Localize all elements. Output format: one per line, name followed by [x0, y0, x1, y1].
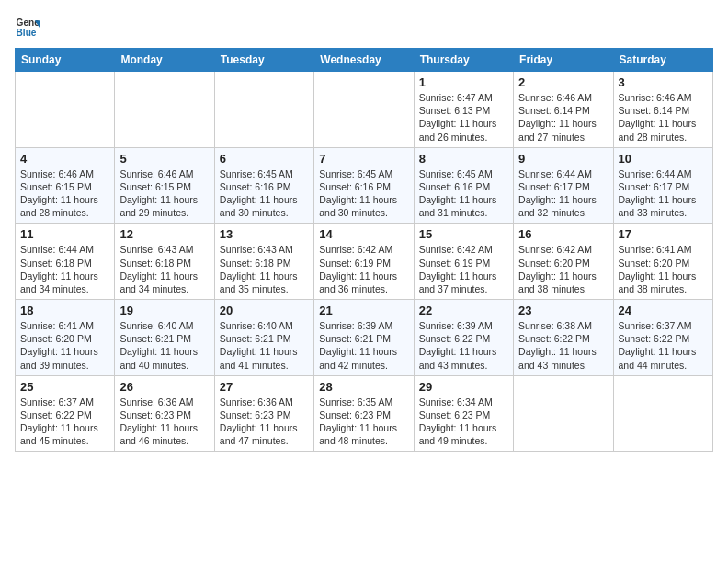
calendar-cell: 8Sunrise: 6:45 AM Sunset: 6:16 PM Daylig…	[414, 147, 513, 224]
calendar-cell: 13Sunrise: 6:43 AM Sunset: 6:18 PM Dayli…	[214, 224, 313, 300]
cell-info: Sunrise: 6:36 AM Sunset: 6:23 PM Dayligh…	[119, 396, 209, 448]
calendar-cell: 22Sunrise: 6:39 AM Sunset: 6:22 PM Dayli…	[414, 300, 513, 376]
day-number: 10	[619, 152, 708, 166]
calendar-cell: 4Sunrise: 6:46 AM Sunset: 6:15 PM Daylig…	[16, 147, 115, 224]
day-number: 6	[220, 152, 309, 166]
cell-info: Sunrise: 6:41 AM Sunset: 6:20 PM Dayligh…	[619, 243, 708, 295]
cell-info: Sunrise: 6:44 AM Sunset: 6:17 PM Dayligh…	[518, 167, 608, 220]
calendar-cell: 10Sunrise: 6:44 AM Sunset: 6:17 PM Dayli…	[613, 147, 712, 224]
day-number: 14	[319, 227, 408, 241]
week-row-2: 4Sunrise: 6:46 AM Sunset: 6:15 PM Daylig…	[16, 147, 713, 224]
day-number: 15	[419, 227, 508, 241]
day-number: 1	[419, 75, 508, 89]
day-number: 22	[419, 304, 508, 317]
calendar-cell: 6Sunrise: 6:45 AM Sunset: 6:16 PM Daylig…	[214, 147, 313, 224]
cell-info: Sunrise: 6:44 AM Sunset: 6:17 PM Dayligh…	[619, 167, 708, 220]
cell-info: Sunrise: 6:45 AM Sunset: 6:16 PM Dayligh…	[319, 167, 408, 220]
calendar-cell: 5Sunrise: 6:46 AM Sunset: 6:15 PM Daylig…	[115, 147, 214, 224]
calendar-cell: 19Sunrise: 6:40 AM Sunset: 6:21 PM Dayli…	[115, 300, 214, 376]
week-row-3: 11Sunrise: 6:44 AM Sunset: 6:18 PM Dayli…	[16, 224, 713, 300]
cell-info: Sunrise: 6:40 AM Sunset: 6:21 PM Dayligh…	[220, 319, 309, 372]
calendar-cell	[613, 375, 712, 452]
calendar-cell: 3Sunrise: 6:46 AM Sunset: 6:14 PM Daylig…	[613, 72, 712, 148]
cell-info: Sunrise: 6:43 AM Sunset: 6:18 PM Dayligh…	[119, 243, 209, 295]
cell-info: Sunrise: 6:36 AM Sunset: 6:23 PM Dayligh…	[220, 396, 309, 448]
calendar-cell: 27Sunrise: 6:36 AM Sunset: 6:23 PM Dayli…	[214, 375, 313, 452]
calendar-cell: 12Sunrise: 6:43 AM Sunset: 6:18 PM Dayli…	[115, 224, 214, 300]
cell-info: Sunrise: 6:46 AM Sunset: 6:14 PM Dayligh…	[619, 91, 708, 144]
calendar-cell: 1Sunrise: 6:47 AM Sunset: 6:13 PM Daylig…	[414, 72, 513, 148]
calendar-cell: 9Sunrise: 6:44 AM Sunset: 6:17 PM Daylig…	[514, 147, 613, 224]
calendar-cell: 7Sunrise: 6:45 AM Sunset: 6:16 PM Daylig…	[314, 147, 414, 224]
logo: General Blue	[15, 15, 44, 40]
calendar-cell: 24Sunrise: 6:37 AM Sunset: 6:22 PM Dayli…	[613, 300, 712, 376]
cell-info: Sunrise: 6:37 AM Sunset: 6:22 PM Dayligh…	[619, 319, 708, 372]
calendar-cell: 2Sunrise: 6:46 AM Sunset: 6:14 PM Daylig…	[514, 72, 613, 148]
calendar-cell: 29Sunrise: 6:34 AM Sunset: 6:23 PM Dayli…	[414, 375, 513, 452]
calendar-cell: 25Sunrise: 6:37 AM Sunset: 6:22 PM Dayli…	[16, 375, 115, 452]
calendar-table: SundayMondayTuesdayWednesdayThursdayFrid…	[15, 48, 713, 452]
week-row-5: 25Sunrise: 6:37 AM Sunset: 6:22 PM Dayli…	[16, 375, 713, 452]
cell-info: Sunrise: 6:43 AM Sunset: 6:18 PM Dayligh…	[220, 243, 309, 295]
cell-info: Sunrise: 6:42 AM Sunset: 6:19 PM Dayligh…	[419, 243, 508, 295]
day-number: 20	[220, 304, 309, 317]
cell-info: Sunrise: 6:39 AM Sunset: 6:21 PM Dayligh…	[319, 319, 408, 372]
week-row-1: 1Sunrise: 6:47 AM Sunset: 6:13 PM Daylig…	[16, 72, 713, 148]
day-number: 29	[419, 380, 508, 394]
cell-info: Sunrise: 6:34 AM Sunset: 6:23 PM Dayligh…	[419, 396, 508, 448]
day-number: 5	[119, 152, 209, 166]
day-number: 28	[319, 380, 408, 394]
calendar-header-row: SundayMondayTuesdayWednesdayThursdayFrid…	[16, 49, 713, 72]
day-number: 7	[319, 152, 408, 166]
week-row-4: 18Sunrise: 6:41 AM Sunset: 6:20 PM Dayli…	[16, 300, 713, 376]
calendar-cell: 21Sunrise: 6:39 AM Sunset: 6:21 PM Dayli…	[314, 300, 414, 376]
cell-info: Sunrise: 6:38 AM Sunset: 6:22 PM Dayligh…	[518, 319, 608, 372]
calendar-cell	[314, 72, 414, 148]
cell-info: Sunrise: 6:44 AM Sunset: 6:18 PM Dayligh…	[20, 243, 109, 295]
day-number: 27	[220, 380, 309, 394]
day-number: 24	[619, 304, 708, 317]
calendar-cell: 15Sunrise: 6:42 AM Sunset: 6:19 PM Dayli…	[414, 224, 513, 300]
day-number: 18	[20, 304, 109, 317]
calendar-cell	[214, 72, 313, 148]
cell-info: Sunrise: 6:45 AM Sunset: 6:16 PM Dayligh…	[220, 167, 309, 220]
cell-info: Sunrise: 6:46 AM Sunset: 6:15 PM Dayligh…	[119, 167, 209, 220]
cell-info: Sunrise: 6:45 AM Sunset: 6:16 PM Dayligh…	[419, 167, 508, 220]
svg-text:Blue: Blue	[17, 28, 37, 38]
cell-info: Sunrise: 6:42 AM Sunset: 6:19 PM Dayligh…	[319, 243, 408, 295]
day-header-sunday: Sunday	[16, 49, 115, 72]
day-header-tuesday: Tuesday	[214, 49, 313, 72]
calendar-cell: 26Sunrise: 6:36 AM Sunset: 6:23 PM Dayli…	[115, 375, 214, 452]
day-number: 13	[220, 227, 309, 241]
day-number: 21	[319, 304, 408, 317]
cell-info: Sunrise: 6:37 AM Sunset: 6:22 PM Dayligh…	[20, 396, 109, 448]
day-number: 16	[518, 227, 608, 241]
calendar-cell: 18Sunrise: 6:41 AM Sunset: 6:20 PM Dayli…	[16, 300, 115, 376]
cell-info: Sunrise: 6:42 AM Sunset: 6:20 PM Dayligh…	[518, 243, 608, 295]
day-number: 23	[518, 304, 608, 317]
calendar-cell: 14Sunrise: 6:42 AM Sunset: 6:19 PM Dayli…	[314, 224, 414, 300]
day-number: 25	[20, 380, 109, 394]
calendar-cell: 16Sunrise: 6:42 AM Sunset: 6:20 PM Dayli…	[514, 224, 613, 300]
day-number: 17	[619, 227, 708, 241]
day-number: 9	[518, 152, 608, 166]
day-number: 8	[419, 152, 508, 166]
cell-info: Sunrise: 6:46 AM Sunset: 6:15 PM Dayligh…	[20, 167, 109, 220]
day-number: 11	[20, 227, 109, 241]
header: General Blue	[15, 15, 713, 40]
calendar-cell: 17Sunrise: 6:41 AM Sunset: 6:20 PM Dayli…	[613, 224, 712, 300]
day-number: 4	[20, 152, 109, 166]
calendar-cell: 11Sunrise: 6:44 AM Sunset: 6:18 PM Dayli…	[16, 224, 115, 300]
day-header-monday: Monday	[115, 49, 214, 72]
day-number: 12	[119, 227, 209, 241]
day-number: 19	[119, 304, 209, 317]
cell-info: Sunrise: 6:40 AM Sunset: 6:21 PM Dayligh…	[119, 319, 209, 372]
calendar-cell	[514, 375, 613, 452]
cell-info: Sunrise: 6:35 AM Sunset: 6:23 PM Dayligh…	[319, 396, 408, 448]
day-header-wednesday: Wednesday	[314, 49, 414, 72]
day-header-saturday: Saturday	[613, 49, 712, 72]
day-number: 26	[119, 380, 209, 394]
day-number: 3	[619, 75, 708, 89]
calendar-cell: 20Sunrise: 6:40 AM Sunset: 6:21 PM Dayli…	[214, 300, 313, 376]
calendar-cell: 23Sunrise: 6:38 AM Sunset: 6:22 PM Dayli…	[514, 300, 613, 376]
